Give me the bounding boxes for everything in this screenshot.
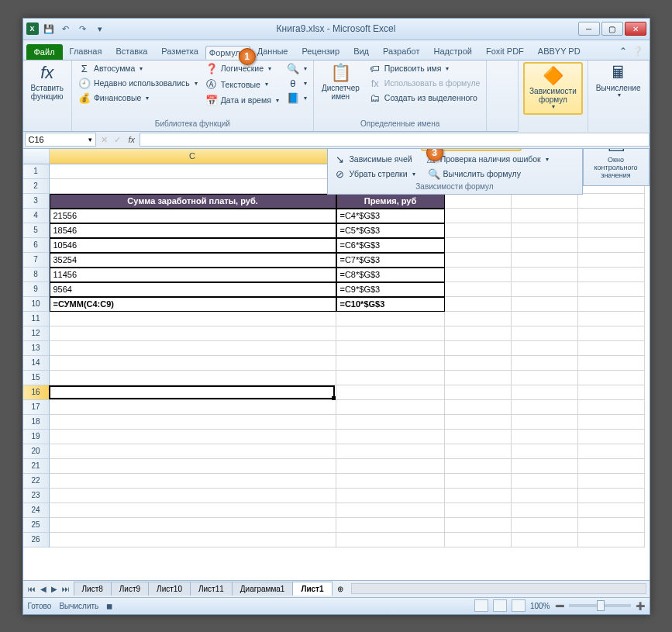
cell[interactable]: =C9*$G$3 — [336, 282, 445, 297]
close-button[interactable]: ✕ — [625, 22, 646, 36]
cell[interactable] — [445, 415, 512, 430]
cell[interactable] — [512, 430, 578, 444]
cell[interactable] — [445, 474, 512, 489]
cell[interactable]: =C7*$G$3 — [336, 253, 445, 268]
use-in-formula-button[interactable]: fxИспользовать в формуле — [367, 77, 482, 90]
name-manager-button[interactable]: 📋 Диспетчер имен — [319, 62, 363, 102]
cell[interactable] — [50, 356, 336, 371]
cell[interactable] — [578, 444, 645, 459]
cell[interactable] — [50, 164, 336, 179]
cell[interactable]: Сумма заработной платы, руб. — [50, 194, 336, 209]
view-normal-button[interactable] — [474, 599, 488, 612]
lookup-button[interactable]: 🔍▾ — [285, 62, 308, 75]
cell[interactable] — [336, 400, 445, 415]
create-from-selection-button[interactable]: 🗂Создать из выделенного — [367, 92, 482, 105]
cell[interactable] — [512, 459, 578, 474]
col-header-C[interactable]: C — [50, 149, 336, 164]
cell[interactable] — [50, 430, 336, 444]
row-header[interactable]: 16 — [23, 385, 50, 400]
financial-button[interactable]: 💰Финансовые▾ — [77, 92, 199, 105]
cell[interactable] — [512, 282, 578, 297]
zoom-level[interactable]: 100% — [530, 602, 550, 610]
row-header[interactable]: 8 — [23, 268, 50, 282]
cell[interactable] — [336, 533, 445, 547]
minimize-button[interactable]: ─ — [578, 22, 600, 36]
zoom-in-icon[interactable]: ➕ — [636, 602, 645, 610]
cell[interactable] — [578, 209, 645, 223]
cell[interactable] — [578, 415, 645, 430]
row-header[interactable]: 6 — [23, 238, 50, 253]
cell[interactable] — [336, 385, 445, 400]
cell[interactable] — [445, 326, 512, 341]
sheet-tab[interactable]: Лист8 — [74, 582, 112, 596]
trace-dependents-button[interactable]: ↘Зависимые ячей — [333, 153, 414, 166]
cell[interactable] — [50, 474, 336, 489]
row-header[interactable]: 13 — [23, 341, 50, 356]
cell[interactable] — [578, 326, 645, 341]
cell[interactable] — [512, 474, 578, 489]
cell[interactable]: =C10*$G$3 — [336, 297, 445, 312]
cell[interactable] — [445, 385, 512, 400]
cell[interactable] — [445, 356, 512, 371]
sheet-tab[interactable]: Лист1 — [292, 582, 332, 596]
qat-redo-icon[interactable]: ↷ — [76, 22, 90, 36]
cell[interactable] — [512, 371, 578, 385]
cell[interactable] — [512, 533, 578, 547]
cell[interactable] — [578, 238, 645, 253]
formula-auditing-button[interactable]: 🔶 Зависимости формул▾ — [523, 62, 583, 116]
sheet-nav-first-icon[interactable]: ⏮ — [26, 585, 37, 593]
cell[interactable] — [578, 194, 645, 209]
math-button[interactable]: θ▾ — [285, 77, 308, 90]
cell[interactable] — [445, 371, 512, 385]
row-header[interactable]: 18 — [23, 415, 50, 430]
cell[interactable] — [512, 400, 578, 415]
row-header[interactable]: 5 — [23, 223, 50, 238]
cell[interactable] — [512, 312, 578, 326]
cell[interactable] — [336, 430, 445, 444]
row-header[interactable]: 12 — [23, 326, 50, 341]
cell[interactable] — [445, 518, 512, 533]
cell[interactable] — [578, 341, 645, 356]
cell[interactable] — [512, 223, 578, 238]
cell[interactable] — [578, 312, 645, 326]
formula-input[interactable] — [140, 133, 649, 147]
qat-save-icon[interactable]: 💾 — [42, 22, 56, 36]
cell[interactable] — [336, 503, 445, 518]
cell[interactable] — [50, 459, 336, 474]
sheet-tab[interactable]: Лист11 — [190, 582, 233, 596]
cell[interactable] — [512, 238, 578, 253]
cell[interactable] — [578, 503, 645, 518]
zoom-slider[interactable] — [569, 604, 631, 607]
new-sheet-icon[interactable]: ⊕ — [333, 585, 348, 593]
cell-grid[interactable]: 123Сумма заработной платы, руб.Премия, р… — [23, 164, 650, 580]
row-header[interactable]: 19 — [23, 430, 50, 444]
cell[interactable] — [445, 268, 512, 282]
tab-insert[interactable]: Вставка — [109, 43, 154, 60]
cell[interactable] — [445, 533, 512, 547]
cell[interactable] — [512, 415, 578, 430]
sheet-tab[interactable]: Лист10 — [148, 582, 191, 596]
cell[interactable] — [578, 297, 645, 312]
cell[interactable] — [50, 489, 336, 503]
cell[interactable] — [578, 268, 645, 282]
cell[interactable] — [512, 268, 578, 282]
cell[interactable] — [50, 400, 336, 415]
row-header[interactable]: 4 — [23, 209, 50, 223]
row-header[interactable]: 24 — [23, 503, 50, 518]
watch-window-button[interactable]: 🗔 Окно контрольного значения — [584, 149, 649, 181]
sheet-nav-prev-icon[interactable]: ◀ — [39, 585, 48, 593]
cell[interactable] — [50, 312, 336, 326]
cell[interactable] — [50, 415, 336, 430]
tab-addins[interactable]: Надстрой — [427, 43, 479, 60]
horizontal-scrollbar[interactable] — [351, 583, 646, 594]
fx-button[interactable]: fx — [124, 135, 140, 144]
cell[interactable] — [445, 400, 512, 415]
row-header[interactable]: 3 — [23, 194, 50, 209]
cell[interactable] — [50, 179, 336, 194]
ribbon-minimize-icon[interactable]: ⌃ — [619, 46, 627, 57]
row-header[interactable]: 23 — [23, 489, 50, 503]
cell[interactable] — [336, 518, 445, 533]
cell[interactable] — [445, 341, 512, 356]
row-header[interactable]: 2 — [23, 179, 50, 194]
remove-arrows-button[interactable]: ⊘Убрать стрелки▾ — [333, 167, 417, 181]
